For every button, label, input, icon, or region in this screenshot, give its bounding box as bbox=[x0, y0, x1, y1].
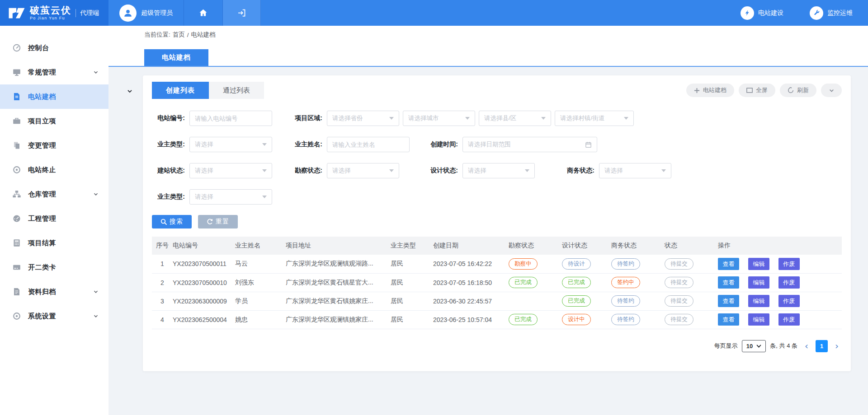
owner-type2-label: 业主类型: bbox=[152, 193, 185, 201]
survey-status-badge: 勘察中 bbox=[509, 258, 538, 270]
sidebar-item-data-archive[interactable]: 资料归档 bbox=[0, 280, 108, 304]
select-caret-icon bbox=[262, 169, 267, 172]
city-select[interactable]: 请选择城市 bbox=[403, 111, 475, 126]
edit-button[interactable]: 编辑 bbox=[748, 258, 769, 270]
breadcrumb-separator: / bbox=[187, 32, 189, 38]
build-status-label: 建站状态: bbox=[152, 167, 185, 175]
village-select[interactable]: 请选择村镇/街道 bbox=[555, 111, 634, 126]
table-row: 2 YX2023070500010 刘强东 广东深圳龙华区黄石镇星官大... 居… bbox=[152, 273, 842, 292]
sidebar-item-engineering-mgmt[interactable]: 工程管理 bbox=[0, 206, 108, 231]
total-count-label: 条, 共 4 条 bbox=[770, 342, 797, 350]
station-code-label: 电站编号: bbox=[152, 114, 185, 122]
collapse-chevron-icon[interactable] bbox=[127, 88, 133, 96]
nav-monitor-ops[interactable]: 监控运维 bbox=[810, 6, 853, 20]
speedometer-icon bbox=[12, 214, 21, 223]
per-page-select[interactable]: 10 bbox=[742, 340, 766, 352]
settings-icon bbox=[12, 312, 21, 321]
select-caret-icon bbox=[262, 143, 267, 146]
collapse-panel-button[interactable] bbox=[821, 84, 842, 97]
refresh-button[interactable]: 刷新 bbox=[780, 84, 816, 97]
owner-type-select[interactable]: 请选择 bbox=[189, 137, 272, 152]
brand-title: 破茧云伏 bbox=[30, 5, 71, 15]
briefcase-icon bbox=[12, 117, 21, 126]
page-tabstrip: 电站建档 bbox=[108, 44, 868, 67]
logout-button[interactable] bbox=[223, 0, 261, 26]
sidebar-item-open-type2-card[interactable]: 开二类卡 bbox=[0, 255, 108, 280]
void-button[interactable]: 作废 bbox=[778, 258, 800, 270]
sidebar-item-change-mgmt[interactable]: 变更管理 bbox=[0, 133, 108, 158]
owner-type-label: 业主类型: bbox=[152, 140, 185, 149]
topbar: 破茧云伏 Po Jian Yun Fu 代理端 超级管理员 bbox=[0, 0, 868, 26]
sidebar-item-project-settlement[interactable]: 项目结算 bbox=[0, 231, 108, 255]
sidebar-item-console[interactable]: 控制台 bbox=[0, 36, 108, 60]
archive-file-icon bbox=[12, 287, 21, 296]
table-header-row: 序号 电站编号 业主姓名 项目地址 业主类型 创建日期 勘察状态 设计状态 商务… bbox=[152, 237, 842, 255]
page-number[interactable]: 1 bbox=[816, 340, 828, 352]
design-status-badge: 已完成 bbox=[562, 295, 591, 307]
breadcrumb-home[interactable]: 首页 bbox=[173, 31, 185, 39]
calculator-icon bbox=[12, 238, 21, 247]
edit-button[interactable]: 编辑 bbox=[748, 313, 769, 326]
build-status-select[interactable]: 请选择 bbox=[189, 163, 272, 178]
filter-form: 电站编号: 项目区域: 请选择省份 请选择城市 bbox=[152, 110, 842, 205]
brand-logo[interactable]: 破茧云伏 Po Jian Yun Fu 代理端 bbox=[0, 0, 108, 26]
select-caret-icon bbox=[624, 117, 628, 120]
owner-name-input[interactable] bbox=[327, 137, 410, 152]
survey-status-select[interactable]: 请选择 bbox=[327, 163, 399, 178]
province-select[interactable]: 请选择省份 bbox=[327, 111, 399, 126]
sidebar-item-station-terminate[interactable]: 电站终止 bbox=[0, 158, 108, 182]
select-caret-icon bbox=[756, 345, 761, 348]
lightning-icon bbox=[744, 9, 751, 16]
table-row: 4 YX2023062500004 姚忠 广东深圳龙华区观澜镇姚家庄... 居民… bbox=[152, 310, 842, 329]
void-button[interactable]: 作废 bbox=[778, 313, 800, 326]
design-status-label: 设计状态: bbox=[425, 167, 458, 175]
county-select[interactable]: 请选择县/区 bbox=[479, 111, 551, 126]
prev-page-icon[interactable]: ‹ bbox=[802, 341, 811, 350]
sidebar-item-station-archive[interactable]: 电站建档 bbox=[0, 84, 108, 109]
void-button[interactable]: 作废 bbox=[778, 276, 800, 289]
next-page-icon[interactable]: › bbox=[832, 341, 842, 350]
wrench-icon bbox=[813, 9, 820, 16]
select-caret-icon bbox=[541, 117, 546, 120]
page-tab-station-archive[interactable]: 电站建档 bbox=[144, 49, 208, 66]
void-button[interactable]: 作废 bbox=[778, 295, 800, 307]
view-button[interactable]: 查看 bbox=[718, 258, 739, 270]
date-range-picker[interactable]: 请选择日期范围 bbox=[462, 137, 597, 152]
design-status-select[interactable]: 请选择 bbox=[462, 163, 535, 178]
fullscreen-button[interactable]: 全屏 bbox=[739, 84, 775, 97]
owner-type2-select[interactable]: 请选择 bbox=[189, 189, 272, 205]
view-button[interactable]: 查看 bbox=[718, 295, 739, 307]
user-menu[interactable]: 超级管理员 bbox=[108, 0, 184, 26]
tab-create-list[interactable]: 创建列表 bbox=[152, 82, 209, 99]
reset-button[interactable]: 重置 bbox=[198, 215, 238, 228]
nav-station-build[interactable]: 电站建设 bbox=[741, 6, 783, 20]
create-station-button[interactable]: 电站建档 bbox=[686, 84, 734, 97]
view-button[interactable]: 查看 bbox=[718, 276, 739, 289]
region-label: 项目区域: bbox=[289, 114, 322, 122]
view-button[interactable]: 查看 bbox=[718, 313, 739, 326]
breadcrumb-label: 当前位置: bbox=[144, 31, 170, 39]
fullscreen-icon bbox=[746, 88, 753, 93]
home-button[interactable] bbox=[184, 0, 223, 26]
edit-button[interactable]: 编辑 bbox=[748, 295, 769, 307]
sidebar-item-system-settings[interactable]: 系统设置 bbox=[0, 304, 108, 328]
survey-status-badge: 已完成 bbox=[509, 277, 538, 288]
chevron-down-icon bbox=[93, 191, 99, 197]
user-name: 超级管理员 bbox=[141, 9, 173, 17]
panel-toolbar: 电站建档 全屏 刷新 bbox=[686, 84, 842, 97]
station-code-input[interactable] bbox=[189, 111, 272, 126]
tab-passed-list[interactable]: 通过列表 bbox=[209, 82, 264, 99]
chevron-down-icon bbox=[93, 313, 99, 319]
design-status-badge: 已完成 bbox=[562, 277, 591, 288]
logout-icon bbox=[237, 8, 246, 18]
search-button[interactable]: 搜索 bbox=[152, 215, 192, 228]
sidebar-item-project-approval[interactable]: 项目立项 bbox=[0, 109, 108, 133]
topbar-nav: 电站建设 监控运维 bbox=[741, 0, 868, 26]
avatar bbox=[119, 5, 137, 22]
chevron-down-icon bbox=[93, 289, 99, 294]
business-status-badge: 签约中 bbox=[611, 277, 640, 288]
sidebar-item-general-mgmt[interactable]: 常规管理 bbox=[0, 60, 108, 84]
business-status-select[interactable]: 请选择 bbox=[599, 163, 671, 178]
edit-button[interactable]: 编辑 bbox=[748, 276, 769, 289]
sidebar-item-warehouse-mgmt[interactable]: 仓库管理 bbox=[0, 182, 108, 206]
